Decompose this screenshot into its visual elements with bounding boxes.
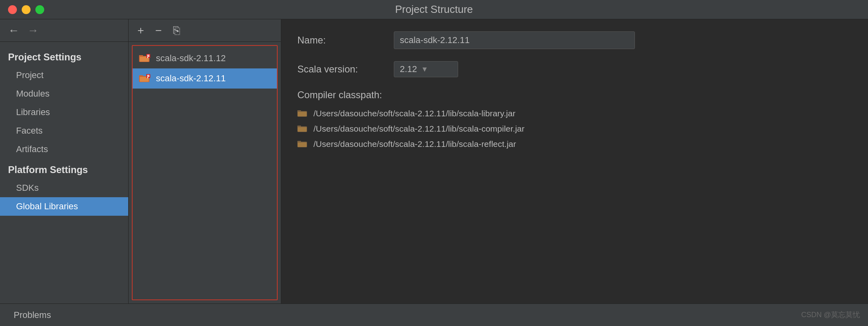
folder-icon [139,54,150,63]
traffic-lights [8,5,44,14]
forward-arrow[interactable]: → [27,24,39,37]
sidebar-nav: Project Settings Project Modules Librari… [0,42,128,303]
scala-version-row: Scala version: 2.12 ▼ [297,61,852,77]
library-name-2-11-12: scala-sdk-2.11.12 [156,53,226,64]
name-input[interactable] [394,31,635,49]
folder-icon-selected [139,74,150,83]
problems-item[interactable]: Problems [8,307,57,324]
copy-library-button[interactable]: ⎘ [171,23,182,38]
sidebar-item-facets[interactable]: Facets [0,122,128,140]
scala-version-value: 2.12 [400,64,417,74]
compiler-classpath-label: Compiler classpath: [297,89,852,101]
svg-rect-11 [147,75,149,76]
sidebar-item-libraries[interactable]: Libraries [0,103,128,122]
sidebar-item-global-libraries[interactable]: Global Libraries [0,197,128,216]
name-label: Name: [297,35,386,46]
nav-arrows: ← → [0,19,128,42]
name-row: Name: [297,31,852,49]
library-item-scala-sdk-2-12-11[interactable]: scala-sdk-2.12.11 [133,68,277,89]
bottom-bar: Problems [0,303,868,326]
library-name-2-12-11: scala-sdk-2.12.11 [156,73,226,84]
scala-version-dropdown[interactable]: 2.12 ▼ [394,61,458,77]
watermark: CSDN @莫忘莫忧 [801,310,860,320]
sidebar: ← → Project Settings Project Modules Lib… [0,19,129,303]
classpath-item-2: /Users/dasouche/soft/scala-2.12.11/lib/s… [297,139,852,149]
svg-rect-6 [147,57,148,58]
sidebar-item-artifacts[interactable]: Artifacts [0,140,128,159]
project-settings-section: Project Settings [0,46,128,66]
classpath-path-0: /Users/dasouche/soft/scala-2.12.11/lib/s… [313,109,516,118]
sidebar-item-sdks[interactable]: SDKs [0,179,128,197]
titlebar: Project Structure [0,0,868,19]
minimize-button[interactable] [22,5,31,14]
add-library-button[interactable]: + [135,23,146,38]
svg-rect-5 [147,56,149,57]
detail-panel: Name: Scala version: 2.12 ▼ Compiler cla… [281,19,868,303]
close-button[interactable] [8,5,17,14]
classpath-folder-icon-1 [297,125,308,133]
scala-version-label: Scala version: [297,64,386,75]
chevron-down-icon: ▼ [421,65,428,74]
back-arrow[interactable]: ← [8,24,19,37]
library-list: scala-sdk-2.11.12 scala-sdk-2.12.11 [132,45,278,300]
window-title: Project Structure [395,3,473,16]
center-toolbar: + − ⎘ [129,19,281,42]
classpath-path-2: /Users/dasouche/soft/scala-2.12.11/lib/s… [313,139,516,149]
library-item-scala-sdk-2-11-12[interactable]: scala-sdk-2.11.12 [133,48,277,68]
platform-settings-section: Platform Settings [0,159,128,179]
sidebar-item-project[interactable]: Project [0,66,128,85]
sidebar-item-modules[interactable]: Modules [0,85,128,103]
svg-rect-13 [147,77,148,78]
svg-rect-19 [298,127,307,132]
svg-rect-16 [298,112,307,116]
svg-rect-4 [147,55,149,56]
classpath-folder-icon-0 [297,109,308,118]
svg-rect-22 [298,142,307,147]
main-content: ← → Project Settings Project Modules Lib… [0,19,868,303]
classpath-path-1: /Users/dasouche/soft/scala-2.12.11/lib/s… [313,124,524,134]
compiler-classpath-section: Compiler classpath: /Users/dasouche/soft… [297,89,852,149]
svg-rect-12 [147,76,149,77]
center-panel: + − ⎘ scala-sdk-2. [129,19,281,303]
classpath-item-0: /Users/dasouche/soft/scala-2.12.11/lib/s… [297,109,852,118]
classpath-item-1: /Users/dasouche/soft/scala-2.12.11/lib/s… [297,124,852,134]
classpath-folder-icon-2 [297,140,308,148]
maximize-button[interactable] [35,5,44,14]
remove-library-button[interactable]: − [153,23,164,38]
